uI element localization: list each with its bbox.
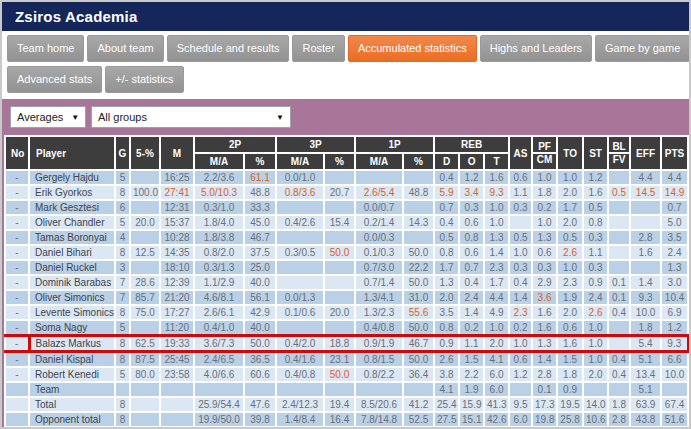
- column-subheader-p1-m-a: M/A: [355, 153, 403, 170]
- player-link[interactable]: Daniel Kispal: [29, 352, 115, 368]
- stat-cell: 0.9: [557, 382, 583, 397]
- stat-cell: 10:28: [160, 230, 194, 245]
- player-row: -Daniel Kispal887.525:452.4/6.536.50.4/1…: [5, 352, 688, 368]
- row-dash: [5, 382, 29, 397]
- total-row: Total825.9/54.447.62.4/12.319.48.5/20.64…: [5, 397, 688, 412]
- stat-cell: 0.1/0.6: [276, 305, 324, 320]
- stat-cell: 0.5: [608, 185, 630, 200]
- player-link[interactable]: Daniel Bihari: [29, 245, 115, 260]
- stat-cell: 0.8/2.0: [194, 245, 244, 260]
- stat-cell: 14.3: [403, 215, 434, 230]
- groups-select[interactable]: All groups ▼: [91, 106, 291, 128]
- stat-cell: 0.5: [509, 230, 532, 245]
- tab-team-home[interactable]: Team home: [7, 35, 84, 62]
- app-header: Zsiros Academia: [2, 2, 689, 31]
- row-dash: -: [5, 215, 29, 230]
- stat-cell: 0.1: [608, 275, 630, 290]
- stat-cell: 46.7: [244, 230, 276, 245]
- stat-cell: 1.0: [532, 170, 557, 185]
- tab-game-by-game[interactable]: Game by game: [595, 35, 690, 62]
- player-row: -Balazs Markus862.519:333.6/7.350.00.4/2…: [5, 336, 688, 352]
- stat-cell: 0.0/1.3: [276, 290, 324, 305]
- stat-cell: 1.1: [459, 336, 484, 352]
- player-link[interactable]: Mark Gesztesi: [29, 200, 115, 215]
- stat-cell: [324, 290, 355, 305]
- stat-cell: [160, 412, 194, 427]
- tab-highs-and-leaders[interactable]: Highs and Leaders: [480, 35, 592, 62]
- stats-table-header: NoPlayerG5-%M2P3P1PREBASPFCMTOSTBLFVEFFP…: [5, 136, 688, 170]
- stat-cell: 10.0: [661, 367, 688, 382]
- tab-schedule-and-results[interactable]: Schedule and results: [167, 35, 290, 62]
- player-link[interactable]: Balazs Markus: [29, 336, 115, 352]
- stat-cell: [608, 200, 630, 215]
- stat-cell: 1.0: [484, 320, 509, 336]
- stat-cell: 75.0: [130, 305, 160, 320]
- stat-cell: 0.3/1.0: [194, 200, 244, 215]
- stat-cell: 2.0: [484, 336, 509, 352]
- stat-cell: 50.0: [403, 320, 434, 336]
- tab-statistics[interactable]: +/- statistics: [105, 66, 183, 93]
- stat-cell: 25.8: [557, 412, 583, 427]
- player-link[interactable]: Levente Simonics: [29, 305, 115, 320]
- column-header-bl: BLFV: [608, 136, 630, 170]
- stat-cell: 37.5: [244, 245, 276, 260]
- tab-row-primary: Team homeAbout teamSchedule and resultsR…: [7, 35, 684, 62]
- player-link[interactable]: Soma Nagy: [29, 320, 115, 336]
- tab-roster[interactable]: Roster: [292, 35, 344, 62]
- stat-cell: 8: [115, 336, 130, 352]
- column-header-p3: 3P: [276, 136, 355, 153]
- stat-cell: 0.8: [434, 245, 459, 260]
- stat-cell: 0.3/0.5: [276, 245, 324, 260]
- stat-cell: 0.4/0.8: [355, 320, 403, 336]
- stat-cell: 0.4: [608, 367, 630, 382]
- tab-advanced-stats[interactable]: Advanced stats: [7, 66, 102, 93]
- tab-about-team[interactable]: About team: [87, 35, 163, 62]
- player-link[interactable]: Oliver Chandler: [29, 215, 115, 230]
- stat-cell: 0.8/1.5: [355, 352, 403, 368]
- stat-cell: 4: [115, 230, 130, 245]
- stat-cell: [194, 382, 244, 397]
- tabs-area: Team homeAbout teamSchedule and resultsR…: [2, 31, 689, 99]
- stat-cell: 16:25: [160, 170, 194, 185]
- player-link[interactable]: Oliver Simonics: [29, 290, 115, 305]
- stat-cell: 0.3/1.3: [194, 260, 244, 275]
- stat-cell: 0.2/1.4: [355, 215, 403, 230]
- player-row: -Gergely Hajdu516:252.2/3.661.10.0/1.00.…: [5, 170, 688, 185]
- player-link[interactable]: Erik Gyorkos: [29, 185, 115, 200]
- stat-cell: 43.8: [630, 412, 661, 427]
- stat-cell: 0.4/1.6: [276, 352, 324, 368]
- stat-cell: 15.1: [459, 412, 484, 427]
- averages-select[interactable]: Averages ▼: [10, 106, 86, 128]
- stat-cell: 8: [115, 397, 130, 412]
- player-row: -Oliver Simonics785.721:204.6/8.156.10.0…: [5, 290, 688, 305]
- stat-cell: 3.5: [434, 305, 459, 320]
- column-header-reb: REB: [434, 136, 509, 153]
- tab-accumulated-statistics[interactable]: Accumulated statistics: [348, 35, 477, 62]
- stat-cell: 22.2: [403, 260, 434, 275]
- stat-cell: 11:20: [160, 320, 194, 336]
- stat-cell: 0.9: [434, 336, 459, 352]
- stat-cell: 3.0: [661, 275, 688, 290]
- stat-cell: 2.4: [459, 290, 484, 305]
- player-link[interactable]: Tamas Boronyai: [29, 230, 115, 245]
- player-link[interactable]: Robert Kenedi: [29, 367, 115, 382]
- stat-cell: 0.7: [434, 200, 459, 215]
- stat-cell: 25.4: [434, 397, 459, 412]
- stat-cell: 0.6: [459, 215, 484, 230]
- content-area: Averages ▼ All groups ▼ NoPlayerG5-%M2P3…: [2, 99, 689, 428]
- stat-cell: 2.0: [557, 185, 583, 200]
- player-link[interactable]: Daniel Ruckel: [29, 260, 115, 275]
- player-link[interactable]: Gergely Hajdu: [29, 170, 115, 185]
- player-link[interactable]: Dominik Barabas: [29, 275, 115, 290]
- stat-cell: 0.8: [459, 230, 484, 245]
- stat-cell: 0.4/2.0: [276, 336, 324, 352]
- stat-cell: 1.8: [532, 185, 557, 200]
- stat-cell: 0.6: [509, 352, 532, 368]
- stat-cell: 6.0: [484, 382, 509, 397]
- stat-cell: 5.0/10.3: [194, 185, 244, 200]
- stat-cell: 20.0: [130, 215, 160, 230]
- column-header-no: No: [5, 136, 29, 170]
- stat-cell: 0.8/2.2: [355, 367, 403, 382]
- row-dash: [5, 412, 29, 427]
- stat-cell: 0.4/2.6: [276, 215, 324, 230]
